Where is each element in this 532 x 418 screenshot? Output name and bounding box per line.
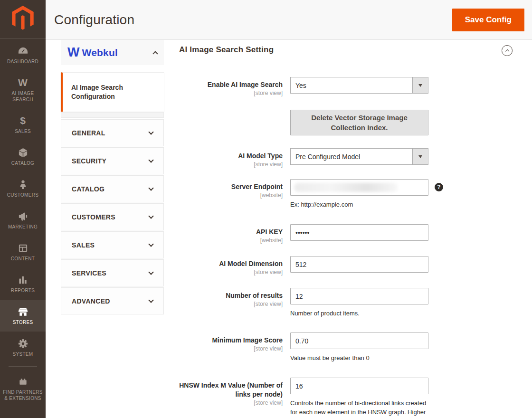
brick-icon	[2, 376, 44, 387]
gear-icon	[2, 338, 44, 349]
vendor-name: Webkul	[82, 47, 118, 58]
server-endpoint-input[interactable]	[290, 179, 428, 196]
webkul-w-icon: W	[2, 77, 44, 88]
enable-ai-image-search-select[interactable]: Yes	[290, 77, 428, 94]
chevron-down-icon	[148, 213, 153, 218]
sidebar-item-catalog[interactable]: CATALOG	[0, 141, 46, 172]
settings-form: Enable AI Image Search [store view] Yes …	[179, 77, 513, 418]
chevron-down-icon	[148, 269, 153, 275]
field-minimum-image-score: Minimum Image Score [store view] Value m…	[179, 332, 513, 362]
config-nav-section-advanced[interactable]: ADVANCED	[61, 287, 164, 314]
config-nav-section-customers[interactable]: CUSTOMERS	[61, 203, 164, 230]
chevron-down-icon	[148, 241, 153, 247]
field-enable-ai-image-search: Enable AI Image Search [store view] Yes	[179, 77, 513, 96]
ai-model-type-select[interactable]: Pre Configured Model	[290, 148, 428, 165]
sidebar-item-reports[interactable]: REPORTS	[0, 268, 46, 300]
page-header: Configuration Save Config	[46, 0, 532, 40]
config-nav: W Webkul AI Image Search Configuration G…	[61, 40, 164, 314]
field-scope: [website]	[179, 237, 283, 244]
field-note: Controls the number of bi-directional li…	[290, 399, 428, 418]
save-config-button[interactable]: Save Config	[452, 9, 524, 31]
collapse-section-icon[interactable]	[502, 45, 513, 56]
field-hnsw-index-m-value: HNSW Index M Value (Number of links per …	[179, 378, 513, 418]
sidebar-item-ai-image-search[interactable]: W AI IMAGE SEARCH	[0, 71, 46, 109]
chevron-down-icon	[148, 297, 153, 303]
sidebar-item-marketing[interactable]: MARKETING	[0, 204, 46, 236]
field-label: HNSW Index M Value (Number of links per …	[179, 381, 283, 399]
webkul-logo-icon: W	[67, 46, 78, 59]
select-dropdown-button[interactable]	[412, 77, 428, 93]
config-nav-section-catalog[interactable]: CATALOG	[61, 175, 164, 202]
sidebar-item-system[interactable]: SYSTEM	[0, 332, 46, 363]
config-nav-section-general[interactable]: GENERAL	[61, 119, 164, 146]
sidebar-item-sales[interactable]: $ SALES	[0, 109, 46, 141]
number-of-results-input[interactable]	[290, 288, 428, 304]
hnsw-index-m-value-input[interactable]	[290, 378, 428, 394]
chevron-down-icon	[148, 157, 153, 162]
field-note: Ex: http://example.com	[290, 200, 428, 209]
admin-sidebar: DASHBOARD W AI IMAGE SEARCH $ SALES CATA…	[0, 0, 46, 418]
dropdown-arrow-icon	[418, 84, 422, 87]
bar-chart-icon	[2, 274, 44, 285]
field-scope: [store view]	[179, 301, 283, 307]
field-delete-vector-storage: Delete Vector Storage Image Collection I…	[179, 110, 513, 135]
delete-vector-storage-button[interactable]: Delete Vector Storage Image Collection I…	[290, 110, 428, 135]
settings-panel: AI Image Search Setting Enable AI Image …	[179, 40, 513, 418]
dropdown-arrow-icon	[418, 155, 422, 158]
field-number-of-results: Number of results [store view] Number of…	[179, 288, 513, 318]
vendor-header[interactable]: W Webkul	[61, 40, 164, 65]
field-label: API KEY	[179, 228, 283, 237]
box-icon	[2, 147, 44, 158]
select-dropdown-button[interactable]	[412, 149, 428, 164]
field-label: Enable AI Image Search	[179, 80, 283, 89]
field-label: AI Model Dimension	[179, 259, 283, 268]
section-title: AI Image Search Setting	[179, 45, 274, 55]
field-ai-model-type: AI Model Type [store view] Pre Configure…	[179, 148, 513, 168]
chevron-up-icon	[152, 51, 158, 56]
storefront-icon	[2, 306, 44, 317]
field-scope: [store view]	[179, 90, 283, 96]
minimum-image-score-input[interactable]	[290, 332, 428, 349]
field-api-key: API KEY [website]	[179, 224, 513, 244]
field-label: Server Endpoint	[179, 182, 283, 191]
config-nav-strip	[61, 112, 164, 118]
sidebar-item-find-partners[interactable]: FIND PARTNERS & EXTENSIONS	[0, 370, 46, 408]
config-nav-active-item[interactable]: AI Image Search Configuration	[61, 72, 164, 112]
megaphone-icon	[2, 210, 44, 222]
sidebar-item-content[interactable]: CONTENT	[0, 236, 46, 268]
active-item-label: AI Image Search Configuration	[71, 84, 123, 100]
help-question-icon[interactable]: ?	[435, 183, 443, 191]
field-note: Value must be greater than 0	[290, 353, 428, 362]
field-label: Minimum Image Score	[179, 336, 283, 345]
configuration-page: DASHBOARD W AI IMAGE SEARCH $ SALES CATA…	[0, 0, 532, 418]
api-key-input[interactable]	[290, 224, 428, 241]
magento-logo-icon	[12, 6, 34, 33]
config-nav-section-security[interactable]: SECURITY	[61, 147, 164, 174]
config-nav-section-sales[interactable]: SALES	[61, 231, 164, 258]
field-label: AI Model Type	[179, 152, 283, 161]
person-icon	[2, 179, 44, 190]
magento-logo[interactable]	[0, 0, 46, 39]
field-label: Number of results	[179, 291, 283, 300]
config-nav-section-services[interactable]: SERVICES	[61, 259, 164, 286]
ai-model-dimension-input[interactable]	[290, 256, 428, 273]
field-scope: [store view]	[179, 399, 283, 406]
sidebar-item-stores[interactable]: STORES	[0, 300, 46, 332]
field-scope: [store view]	[179, 345, 283, 352]
layout-icon	[2, 242, 44, 254]
field-server-endpoint: Server Endpoint [website] ? Ex: http://e…	[179, 179, 513, 209]
field-scope: [website]	[179, 192, 283, 199]
sidebar-item-customers[interactable]: CUSTOMERS	[0, 172, 46, 204]
config-nav-sections: GENERAL SECURITY CATALOG CUSTOMERS SALES…	[61, 119, 164, 314]
field-note: Number of product items.	[290, 309, 428, 318]
sidebar-item-dashboard[interactable]: DASHBOARD	[0, 39, 46, 71]
dollar-icon: $	[2, 115, 44, 126]
page-title: Configuration	[54, 12, 134, 28]
field-scope: [store view]	[179, 161, 283, 168]
chevron-down-icon	[148, 129, 153, 134]
sidebar-divider	[9, 366, 37, 367]
field-scope: [store view]	[179, 269, 283, 276]
gauge-icon	[2, 45, 44, 57]
field-ai-model-dimension: AI Model Dimension [store view]	[179, 256, 513, 276]
chevron-down-icon	[148, 185, 153, 190]
